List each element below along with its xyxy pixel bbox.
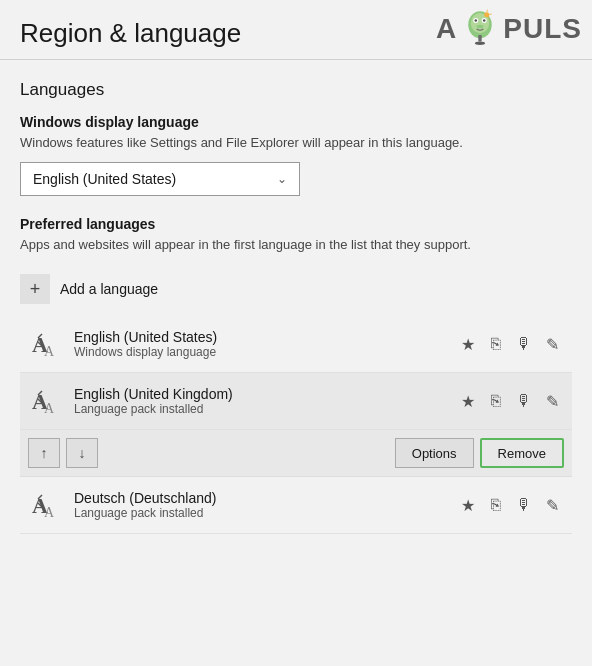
lang-action-mic-icon-de[interactable]: 🎙 <box>512 495 536 515</box>
dropdown-selected-value: English (United States) <box>33 171 176 187</box>
chevron-down-icon: ⌄ <box>277 172 287 186</box>
preferred-languages-label: Preferred languages <box>20 216 572 232</box>
svg-rect-7 <box>479 35 482 42</box>
options-button[interactable]: Options <box>395 438 474 468</box>
preferred-languages-section: Preferred languages Apps and websites wi… <box>20 216 572 534</box>
languages-section-title: Languages <box>20 80 572 100</box>
lang-name-en-us: English (United States) <box>74 329 448 345</box>
svg-text:A: A <box>44 505 55 520</box>
lang-action-pen-icon[interactable]: ✎ <box>540 334 564 354</box>
svg-point-4 <box>475 19 478 22</box>
lang-name-en-gb: English (United Kingdom) <box>74 386 448 402</box>
lang-actions-en-gb: ★ ⎘ 🎙 ✎ <box>456 391 564 411</box>
language-item-de-de[interactable]: A A Deutsch (Deutschland) Language pack … <box>20 477 572 534</box>
preferred-languages-desc: Apps and websites will appear in the fir… <box>20 236 572 254</box>
display-language-dropdown[interactable]: English (United States) ⌄ <box>20 162 300 196</box>
lang-sub-en-us: Windows display language <box>74 345 448 359</box>
lang-action-keyboard-icon[interactable]: ⎘ <box>484 334 508 354</box>
svg-text:A: A <box>44 401 55 416</box>
language-item-en-gb[interactable]: A A English (United Kingdom) Language pa… <box>20 373 572 430</box>
lang-action-mic-icon-gb[interactable]: 🎙 <box>512 391 536 411</box>
display-language-label: Windows display language <box>20 114 572 130</box>
watermark: A PULS <box>436 8 582 50</box>
lang-icon-en-gb: A A <box>28 383 64 419</box>
up-arrow-icon: ↑ <box>41 445 48 461</box>
down-arrow-icon: ↓ <box>79 445 86 461</box>
languages-section: Languages Windows display language Windo… <box>20 80 572 534</box>
lang-action-keyboard-icon-de[interactable]: ⎘ <box>484 495 508 515</box>
lang-icon-de-de: A A <box>28 487 64 523</box>
lang-action-mic-icon[interactable]: 🎙 <box>512 334 536 354</box>
lang-info-de-de: Deutsch (Deutschland) Language pack inst… <box>74 490 448 520</box>
lang-action-pen-icon-gb[interactable]: ✎ <box>540 391 564 411</box>
display-language-block: Windows display language Windows feature… <box>20 114 572 196</box>
svg-point-9 <box>485 12 490 17</box>
lang-action-star-icon-gb[interactable]: ★ <box>456 391 480 411</box>
content: Languages Windows display language Windo… <box>0 60 592 534</box>
lang-action-pen-icon-de[interactable]: ✎ <box>540 495 564 515</box>
lang-action-star-icon-de[interactable]: ★ <box>456 495 480 515</box>
add-language-button[interactable]: + <box>20 274 50 304</box>
lang-info-en-us: English (United States) Windows display … <box>74 329 448 359</box>
language-item-en-us[interactable]: A A English (United States) Windows disp… <box>20 316 572 373</box>
lang-info-en-gb: English (United Kingdom) Language pack i… <box>74 386 448 416</box>
watermark-letter-a: A <box>436 13 457 45</box>
lang-sub-de-de: Language pack installed <box>74 506 448 520</box>
lang-actions-de-de: ★ ⎘ 🎙 ✎ <box>456 495 564 515</box>
watermark-text-puls: PULS <box>503 13 582 45</box>
move-down-button[interactable]: ↓ <box>66 438 98 468</box>
remove-button[interactable]: Remove <box>480 438 564 468</box>
selected-actions-bar: ↑ ↓ Options Remove <box>20 430 572 477</box>
lang-actions-en-us: ★ ⎘ 🎙 ✎ <box>456 334 564 354</box>
lang-icon-en-us: A A <box>28 326 64 362</box>
lang-name-de-de: Deutsch (Deutschland) <box>74 490 448 506</box>
watermark-icon <box>459 8 501 50</box>
lang-action-keyboard-icon-gb[interactable]: ⎘ <box>484 391 508 411</box>
svg-point-6 <box>477 25 484 28</box>
display-language-dropdown-wrapper: English (United States) ⌄ <box>20 162 300 196</box>
lang-action-star-icon[interactable]: ★ <box>456 334 480 354</box>
move-up-button[interactable]: ↑ <box>28 438 60 468</box>
lang-sub-en-gb: Language pack installed <box>74 402 448 416</box>
svg-text:A: A <box>44 344 55 359</box>
svg-point-5 <box>483 19 486 22</box>
add-language-row[interactable]: + Add a language <box>20 266 572 312</box>
display-language-desc: Windows features like Settings and File … <box>20 134 572 152</box>
svg-point-8 <box>475 42 485 45</box>
add-language-label: Add a language <box>60 281 158 297</box>
